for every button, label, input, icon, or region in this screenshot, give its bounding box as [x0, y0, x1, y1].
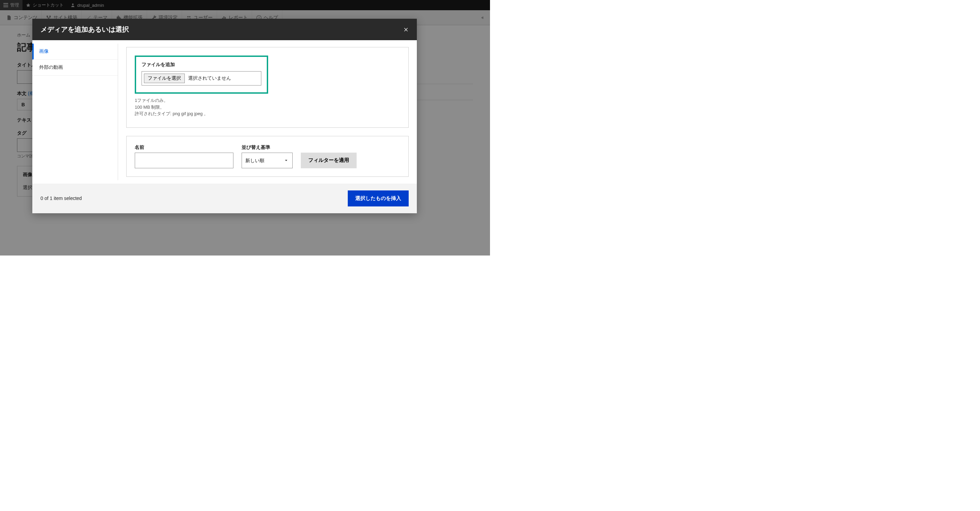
upload-help-3: 許可されたタイプ: png gif jpg jpeg 。 [135, 110, 400, 117]
upload-fieldset: ファイルを追加 ファイルを選択 選択されていません [135, 56, 268, 94]
media-library-modal: メディアを追加あるいは選択 画像 外部の動画 ファイルを追加 ファイルを選択 選… [32, 19, 417, 213]
media-type-tabs: 画像 外部の動画 [32, 44, 118, 180]
choose-file-button[interactable]: ファイルを選択 [144, 73, 185, 83]
filter-panel: 名前 並び替え基準 新しい順 フィルターを適用 [126, 136, 409, 177]
upload-panel: ファイルを追加 ファイルを選択 選択されていません 1ファイルのみ。 100 M… [126, 47, 409, 128]
upload-legend: ファイルを追加 [142, 62, 261, 68]
tab-image[interactable]: 画像 [32, 44, 118, 60]
insert-selected-button[interactable]: 選択したものを挿入 [348, 190, 409, 206]
upload-help-2: 100 MB 制限。 [135, 104, 400, 111]
apply-filters-button[interactable]: フィルターを適用 [301, 153, 356, 168]
modal-close-button[interactable] [403, 27, 409, 32]
modal-footer: 0 of 1 item selected 選択したものを挿入 [32, 184, 417, 213]
upload-help: 1ファイルのみ。 100 MB 制限。 許可されたタイプ: png gif jp… [135, 97, 400, 117]
file-input-row[interactable]: ファイルを選択 選択されていません [142, 71, 261, 86]
filter-sort-select[interactable]: 新しい順 [242, 153, 293, 168]
filter-sort-label: 並び替え基準 [242, 144, 293, 150]
modal-title: メディアを追加あるいは選択 [40, 25, 129, 34]
filter-name-input[interactable] [135, 153, 234, 168]
tab-remote-video[interactable]: 外部の動画 [32, 60, 118, 76]
selection-count: 0 of 1 item selected [40, 196, 82, 201]
close-icon [403, 27, 409, 32]
filter-name-label: 名前 [135, 144, 234, 150]
filter-sort-col: 並び替え基準 新しい順 [242, 144, 293, 168]
modal-body: 画像 外部の動画 ファイルを追加 ファイルを選択 選択されていません 1ファイル… [32, 40, 417, 184]
filter-name-col: 名前 [135, 144, 234, 168]
modal-header: メディアを追加あるいは選択 [32, 19, 417, 40]
file-status-text: 選択されていません [188, 75, 231, 81]
modal-main: ファイルを追加 ファイルを選択 選択されていません 1ファイルのみ。 100 M… [118, 44, 417, 180]
upload-help-1: 1ファイルのみ。 [135, 97, 400, 104]
